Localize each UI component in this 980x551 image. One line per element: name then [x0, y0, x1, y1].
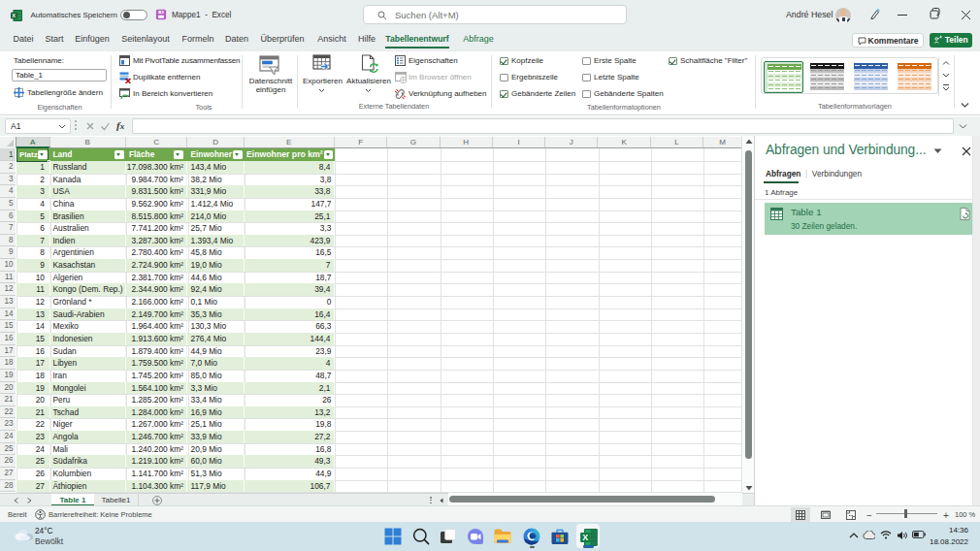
svg-text:X: X: [582, 532, 588, 541]
svg-text:X: X: [12, 12, 16, 17]
